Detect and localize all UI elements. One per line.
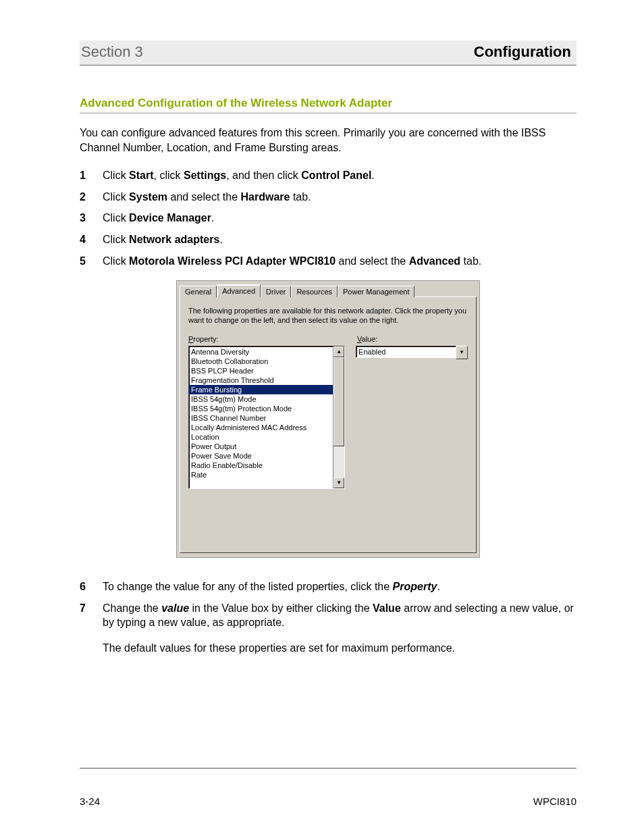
list-item[interactable]: Power Save Mode bbox=[189, 451, 344, 461]
section-heading: Advanced Configuration of the Wireless N… bbox=[80, 97, 576, 113]
step-7: Change the value in the Value box by eit… bbox=[80, 601, 576, 630]
scroll-thumb[interactable] bbox=[333, 357, 344, 446]
tab-panel-advanced: The following properties are available f… bbox=[180, 296, 477, 553]
step-2: Click System and select the Hardware tab… bbox=[80, 190, 576, 205]
list-item[interactable]: Locally Administered MAC Address bbox=[189, 423, 344, 432]
scroll-down-button[interactable]: ▼ bbox=[333, 477, 344, 488]
list-item[interactable]: Power Output bbox=[189, 442, 344, 451]
tab-advanced[interactable]: Advanced bbox=[217, 284, 261, 297]
value-label: Value: bbox=[357, 335, 468, 343]
list-item[interactable]: Rate bbox=[189, 470, 344, 479]
list-item[interactable]: IBSS Channel Number bbox=[189, 413, 344, 423]
properties-dialog: General Advanced Driver Resources Power … bbox=[176, 280, 480, 558]
tab-resources[interactable]: Resources bbox=[291, 286, 338, 297]
list-item[interactable]: Bluetooth Collaboration bbox=[189, 357, 344, 366]
list-item[interactable]: IBSS 54g(tm) Protection Mode bbox=[189, 404, 344, 413]
scroll-track[interactable] bbox=[333, 357, 344, 477]
step-3: Click Device Manager. bbox=[80, 211, 576, 226]
scroll-up-button[interactable]: ▲ bbox=[333, 346, 344, 357]
value-combo-input[interactable]: Enabled bbox=[356, 346, 456, 358]
list-item[interactable]: Frame Bursting bbox=[189, 385, 344, 394]
list-item[interactable]: Antenna Diversity bbox=[189, 347, 344, 357]
list-item[interactable]: IBSS 54g(tm) Mode bbox=[189, 394, 344, 404]
step-6: To change the value for any of the liste… bbox=[80, 579, 576, 594]
property-label: Property: bbox=[188, 335, 357, 343]
tab-power[interactable]: Power Management bbox=[338, 286, 414, 297]
step-4: Click Network adapters. bbox=[80, 232, 576, 247]
listbox-scrollbar[interactable]: ▲ ▼ bbox=[333, 346, 344, 488]
page-header: Section 3 Configuration bbox=[80, 41, 576, 66]
tab-general[interactable]: General bbox=[180, 286, 217, 297]
page-number: 3-24 bbox=[80, 796, 100, 807]
step-1: Click Start, click Settings, and then cl… bbox=[80, 168, 576, 183]
chevron-down-icon: ▼ bbox=[459, 349, 464, 355]
intro-text: You can configure advanced features from… bbox=[80, 126, 576, 155]
value-combo-arrow[interactable]: ▼ bbox=[456, 346, 468, 359]
tab-driver[interactable]: Driver bbox=[261, 286, 291, 297]
property-listbox[interactable]: Antenna DiversityBluetooth Collaboration… bbox=[188, 346, 345, 489]
list-item[interactable]: Location bbox=[189, 432, 344, 442]
step-5: Click Motorola Wireless PCI Adapter WPCI… bbox=[80, 254, 576, 269]
list-item[interactable]: Fragmentation Threshold bbox=[189, 375, 344, 385]
section-label: Section 3 bbox=[80, 43, 143, 61]
value-combo[interactable]: Enabled ▼ bbox=[356, 346, 468, 359]
page-title: Configuration bbox=[474, 43, 571, 61]
list-item[interactable]: BSS PLCP Header bbox=[189, 366, 344, 375]
panel-description: The following properties are available f… bbox=[188, 307, 468, 325]
list-item[interactable]: Radio Enable/Disable bbox=[189, 461, 344, 470]
default-values-note: The default values for these properties … bbox=[103, 641, 576, 656]
tab-strip: General Advanced Driver Resources Power … bbox=[177, 281, 479, 296]
page-footer: 3-24 WPCI810 bbox=[80, 768, 576, 807]
doc-id: WPCI810 bbox=[533, 796, 576, 807]
